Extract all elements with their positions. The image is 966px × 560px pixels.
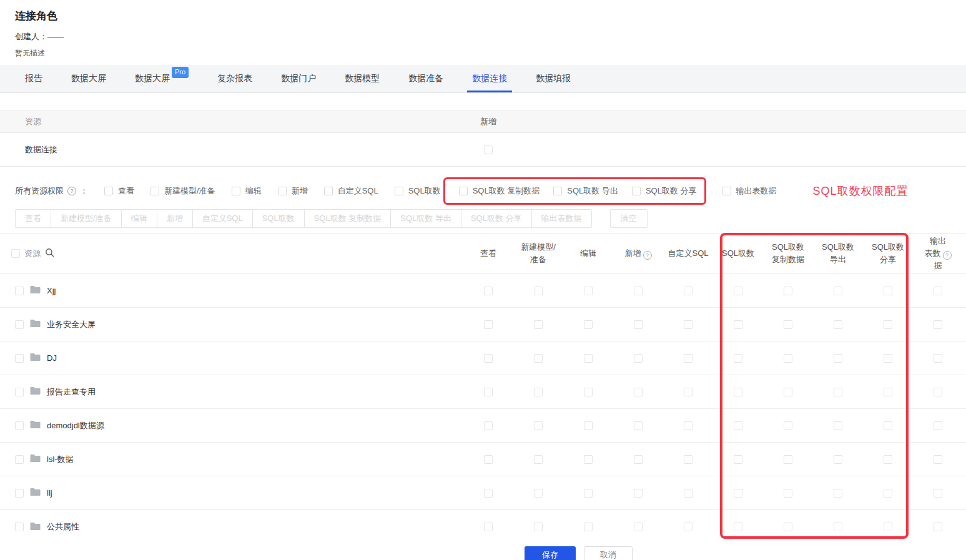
bulk-button[interactable]: SQL取数 分享 [461,209,532,228]
checkbox-permission[interactable] [834,421,842,430]
checkbox-permission[interactable] [684,287,692,295]
checkbox-permission[interactable] [884,388,892,396]
checkbox-permission[interactable] [734,421,742,430]
checkbox[interactable] [324,187,333,195]
checkbox-permission[interactable] [584,523,593,531]
checkbox-permission[interactable] [884,287,892,295]
checkbox-permission[interactable] [534,320,543,329]
checkbox-permission[interactable] [484,354,493,363]
checkbox-row-select[interactable] [15,388,24,396]
checkbox-permission[interactable] [884,523,892,531]
checkbox-permission[interactable] [734,523,742,531]
checkbox[interactable] [150,187,159,195]
checkbox-permission[interactable] [484,455,493,464]
checkbox-permission[interactable] [484,421,493,430]
checkbox-permission[interactable] [484,523,493,531]
checkbox-permission[interactable] [934,388,942,396]
checkbox-permission[interactable] [734,320,742,329]
help-icon[interactable]: ? [67,187,76,195]
checkbox[interactable] [459,187,468,195]
checkbox-permission[interactable] [784,489,792,498]
checkbox[interactable] [104,187,113,195]
checkbox-permission[interactable] [784,287,792,295]
checkbox-permission[interactable] [784,421,792,430]
checkbox-permission[interactable] [784,354,792,363]
tab-item-8[interactable]: 数据填报 [536,65,571,92]
checkbox-permission[interactable] [834,523,842,531]
checkbox-permission[interactable] [634,523,643,531]
checkbox-permission[interactable] [484,388,493,396]
checkbox-permission[interactable] [934,523,942,531]
checkbox[interactable] [395,187,403,195]
checkbox-permission[interactable] [634,388,643,396]
permission-option[interactable]: 输出表数据 [722,185,777,197]
bulk-button[interactable]: SQL取数 [252,209,305,228]
tab-item-6[interactable]: 数据准备 [408,65,443,92]
checkbox-permission[interactable] [634,455,643,464]
bulk-button[interactable]: 编辑 [121,209,157,228]
checkbox-permission[interactable] [784,523,792,531]
permission-option[interactable]: 新建模型/准备 [150,185,215,197]
checkbox-permission[interactable] [534,489,543,498]
checkbox-permission[interactable] [934,320,942,329]
checkbox-permission[interactable] [584,354,593,363]
cancel-button[interactable]: 取消 [584,546,633,560]
checkbox-permission[interactable] [684,320,692,329]
tab-item-4[interactable]: 数据门户 [281,65,316,92]
checkbox-permission[interactable] [634,421,643,430]
checkbox-permission[interactable] [534,523,543,531]
checkbox-permission[interactable] [884,354,892,363]
help-icon[interactable]: ? [943,251,952,260]
checkbox-permission[interactable] [934,287,942,295]
checkbox[interactable] [632,187,641,195]
tab-item-0[interactable]: 报告 [25,65,42,92]
checkbox-permission[interactable] [584,388,593,396]
checkbox-permission[interactable] [634,354,643,363]
checkbox-permission[interactable] [684,354,692,363]
checkbox-permission[interactable] [834,489,842,498]
checkbox-permission[interactable] [534,455,543,464]
permission-option[interactable]: SQL取数 复制数据 [459,185,540,197]
tab-item-3[interactable]: 复杂报表 [217,65,252,92]
checkbox[interactable] [232,187,240,195]
permission-option[interactable]: SQL取数 [395,185,441,197]
bulk-button[interactable]: 新增 [157,209,193,228]
checkbox[interactable] [722,187,731,195]
checkbox-permission[interactable] [584,489,593,498]
checkbox-permission[interactable] [784,320,792,329]
checkbox-permission[interactable] [734,354,742,363]
checkbox-permission[interactable] [584,287,593,295]
checkbox-permission[interactable] [784,455,792,464]
checkbox-permission[interactable] [634,287,643,295]
checkbox-permission[interactable] [734,455,742,464]
checkbox-permission[interactable] [584,421,593,430]
checkbox-module-add[interactable] [484,145,493,154]
checkbox[interactable] [553,187,562,195]
checkbox-permission[interactable] [834,354,842,363]
help-icon[interactable]: ? [643,251,652,260]
checkbox-permission[interactable] [834,320,842,329]
bulk-button[interactable]: 自定义SQL [192,209,253,228]
checkbox-permission[interactable] [934,489,942,498]
permission-option[interactable]: 编辑 [232,185,262,197]
bulk-button[interactable]: SQL取数 复制数据 [304,209,392,228]
checkbox-row-select[interactable] [15,320,24,329]
checkbox-permission[interactable] [634,489,643,498]
permission-option[interactable]: 新增 [278,185,308,197]
save-button[interactable]: 保存 [525,546,576,560]
checkbox-permission[interactable] [934,354,942,363]
bulk-button[interactable]: 输出表数据 [531,209,592,228]
checkbox-permission[interactable] [884,489,892,498]
checkbox-permission[interactable] [584,320,593,329]
permission-option[interactable]: SQL取数 导出 [553,185,618,197]
checkbox-permission[interactable] [734,287,742,295]
search-icon[interactable] [45,248,54,259]
checkbox-permission[interactable] [634,320,643,329]
checkbox-permission[interactable] [484,489,493,498]
checkbox-permission[interactable] [534,388,543,396]
checkbox-permission[interactable] [684,421,692,430]
checkbox-permission[interactable] [884,421,892,430]
checkbox-permission[interactable] [834,455,842,464]
checkbox[interactable] [278,187,287,195]
checkbox-row-select[interactable] [15,421,24,430]
